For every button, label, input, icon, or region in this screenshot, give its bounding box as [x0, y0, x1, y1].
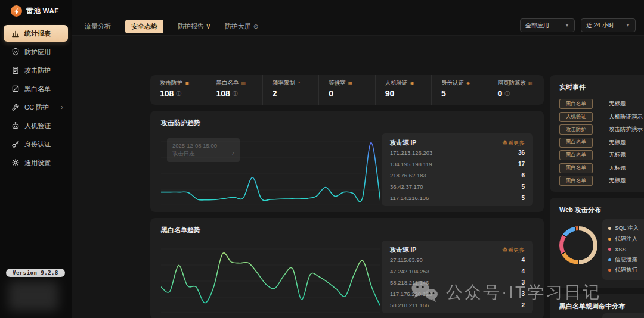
- sidebar-item-7[interactable]: 通用设置: [4, 154, 68, 171]
- card-title: Web 攻击分布: [559, 205, 601, 214]
- legend-row: SQL 注入52: [608, 223, 644, 234]
- tab-badge-icon: V: [206, 23, 210, 30]
- legend-dot: [608, 248, 611, 251]
- robot-icon: [11, 121, 20, 130]
- source-ip: 36.42.37.170: [390, 183, 423, 190]
- stat-value: 0: [498, 89, 503, 98]
- legend-row: 代码注入18: [608, 234, 644, 245]
- attack-trend-card: 攻击防护趋势 2025-12-08 15:00: [150, 111, 544, 212]
- sidebar-item-1[interactable]: 防护应用: [4, 43, 68, 60]
- legend-label: SQL 注入: [615, 225, 644, 232]
- stat-item: 频率限制◔2: [262, 75, 318, 105]
- tab-3[interactable]: 防护大屏⊙: [225, 22, 258, 31]
- legend-dot: [608, 269, 611, 272]
- blacklist-rule-legend: 长亭社区威胁 IP 情报黑名单96HTTP弱口令4对内网 IP 加白2: [602, 313, 644, 318]
- app-logo: 雷池 WAF: [0, 0, 72, 17]
- source-count: 5: [521, 195, 525, 201]
- key-icon: [11, 140, 20, 148]
- sidebar-item-4[interactable]: CC 防护›: [4, 99, 68, 116]
- source-count: 5: [521, 183, 525, 190]
- source-ip: 58.218.211.146: [390, 279, 429, 286]
- info-icon[interactable]: ⓘ: [176, 90, 181, 98]
- source-ip: 47.242.104.253: [390, 268, 429, 275]
- page-mini-icon: ▧: [528, 80, 533, 86]
- chart-tooltip: 2025-12-08 15:00 攻击日志7: [167, 138, 240, 162]
- version-badge: Version 9.2.8: [6, 269, 65, 277]
- stat-item: 网页防篡改▧0ⓘ: [488, 75, 544, 105]
- sidebar: 雷池 WAF 统计报表防护应用攻击防护黑白名单CC 防护›人机验证身份认证通用设…: [0, 0, 72, 318]
- source-ip-list: 27.115.63.90447.242.104.253458.218.211.1…: [390, 254, 525, 311]
- sidebar-item-label: 通用设置: [24, 158, 51, 167]
- source-count: 3: [521, 279, 525, 286]
- source-count: 36: [518, 149, 525, 156]
- attack-source-panel: 攻击源 IP 查看更多 171.213.126.20336134.195.198…: [382, 133, 533, 206]
- view-more-link[interactable]: 查看更多: [502, 139, 525, 147]
- event-title: 无标题: [609, 100, 644, 108]
- event-type-badge: 黑白名单: [559, 138, 593, 148]
- blacklist-rule-distribution-card: 黑白名单规则命中分布 长亭社区威胁 IP 情报黑名单96HTTP弱口令4对内网 …: [550, 294, 644, 318]
- sidebar-item-label: 黑白名单: [24, 85, 51, 93]
- tab-label: 防护大屏: [225, 22, 251, 31]
- source-ip: 218.76.62.183: [390, 172, 426, 179]
- stat-item: 黑白名单▥108ⓘ: [206, 75, 262, 105]
- source-count: 2: [521, 302, 525, 308]
- sidebar-item-2[interactable]: 攻击防护: [4, 62, 68, 79]
- tab-0[interactable]: 流量分析: [85, 22, 111, 31]
- stat-item: 等候室▦0: [318, 75, 374, 105]
- source-count: 3: [521, 291, 525, 297]
- wrench-icon: [11, 103, 20, 111]
- legend-label: XSS: [615, 246, 644, 252]
- source-ip-row: 171.213.126.20336: [390, 147, 525, 158]
- source-ip-row: 47.242.104.2534: [390, 266, 525, 277]
- info-icon[interactable]: ⓘ: [504, 90, 510, 98]
- stat-item: 身份认证◈5: [431, 75, 487, 105]
- sidebar-item-6[interactable]: 身份认证: [4, 136, 68, 152]
- tab-2[interactable]: 防护报告V: [178, 22, 210, 31]
- source-ip-row: 117.14.216.1365: [390, 192, 525, 204]
- tab-1[interactable]: 安全态势: [125, 20, 163, 33]
- sidebar-item-5[interactable]: 人机验证: [4, 117, 68, 134]
- filter-select-1[interactable]: 近 24 小时▼: [581, 18, 636, 32]
- stat-item: 人机验证◉90: [375, 75, 431, 105]
- legend-dot: [608, 227, 611, 230]
- tab-label: 防护报告: [178, 22, 204, 31]
- sidebar-item-label: 攻击防护: [24, 66, 51, 75]
- shield-icon: [11, 48, 20, 56]
- legend-dot: [608, 258, 611, 261]
- sidebar-item-label: 防护应用: [24, 48, 51, 57]
- event-title: 攻击防护演示（勿动）: [609, 126, 644, 133]
- tab-label: 流量分析: [85, 22, 111, 31]
- view-more-link[interactable]: 查看更多: [502, 247, 525, 254]
- card-title: 黑白名单趋势: [161, 226, 200, 235]
- blacklist-trend-card: 黑白名单趋势 攻击源 IP: [150, 218, 544, 318]
- stat-item: 攻击防护▣108ⓘ: [150, 75, 206, 105]
- stat-value: 90: [385, 89, 395, 98]
- sidebar-item-3[interactable]: 黑白名单: [4, 80, 68, 97]
- filter-select-0[interactable]: 全部应用▼: [520, 18, 575, 32]
- header-bar: 流量分析安全态势防护报告V防护大屏⊙ 全部应用▼近 24 小时▼: [72, 0, 644, 36]
- stat-value: 2: [273, 89, 277, 98]
- source-ip-row: 58.218.211.1662: [390, 300, 525, 311]
- header-filters: 全部应用▼近 24 小时▼: [520, 18, 636, 32]
- source-ip-row: 58.218.211.1463: [390, 277, 525, 288]
- info-icon[interactable]: ⓘ: [233, 90, 238, 98]
- event-row: 黑白名单无标题13:34:53: [559, 174, 644, 188]
- web-attack-legend: SQL 注入52代码注入18XSS18信息泄露13代码执行3: [602, 219, 644, 280]
- stat-value: 108: [160, 89, 174, 98]
- event-type-badge: 黑白名单: [559, 163, 593, 173]
- event-row: 黑白名单无标题14:22:41: [559, 98, 644, 111]
- source-ip-row: 117.176.220.1233: [390, 288, 525, 300]
- redacted-blur: [8, 281, 58, 311]
- sidebar-item-label: CC 防护: [24, 103, 49, 112]
- chevron-right-icon: ›: [61, 103, 63, 111]
- shield-mini-icon: ▣: [185, 80, 190, 86]
- card-title: 实时事件: [559, 83, 586, 92]
- stat-value: 0: [329, 89, 333, 98]
- source-ip: 117.176.220.123: [390, 291, 432, 297]
- robot-mini-icon: ◉: [410, 80, 414, 86]
- select-value: 近 24 小时: [586, 21, 614, 30]
- sidebar-item-0[interactable]: 统计报表: [4, 25, 68, 42]
- card-title: 黑白名单规则命中分布: [559, 302, 625, 311]
- stat-label: 攻击防护: [160, 79, 182, 87]
- source-ip-row: 218.76.62.1836: [390, 170, 525, 181]
